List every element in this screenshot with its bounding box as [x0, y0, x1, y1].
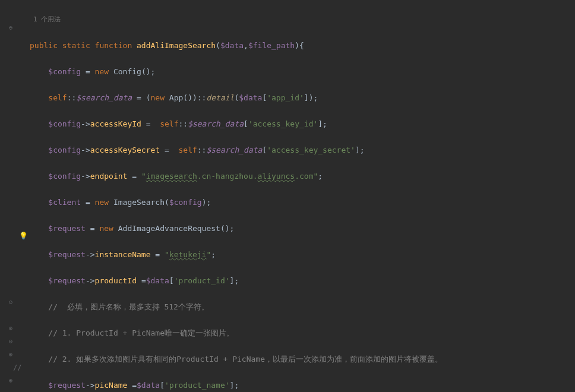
fold-icon[interactable]: ⊖: [9, 335, 15, 341]
code-line[interactable]: self::$search_data = (new App())::detail…: [30, 91, 575, 105]
fold-icon[interactable]: ⊕: [9, 374, 15, 380]
code-line[interactable]: $client = new ImageSearch($config);: [30, 196, 575, 209]
code-line[interactable]: $request->instanceName = "ketukeji";: [30, 248, 575, 261]
code-line[interactable]: $config->endpoint = "imagesearch.cn-hang…: [30, 170, 575, 183]
usage-hint[interactable]: 1 个用法: [30, 13, 575, 26]
code-line[interactable]: public static function addAliImageSearch…: [30, 39, 575, 52]
gutter: ⊖ 💡 ⊖ ⊕ ⊖ ⊕ // ⊕: [0, 0, 30, 392]
code-line[interactable]: $config = new Config();: [30, 65, 575, 78]
code-line[interactable]: $config->accessKeySecret = self::$search…: [30, 144, 575, 157]
fold-icon[interactable]: ⊖: [9, 21, 15, 27]
lightbulb-icon[interactable]: 💡: [19, 229, 27, 238]
code-editor[interactable]: ⊖ 💡 ⊖ ⊕ ⊖ ⊕ // ⊕ 1 个用法 public static fun…: [0, 0, 575, 392]
line-comment-marker: //: [13, 361, 21, 374]
code-line[interactable]: $request = new AddImageAdvanceRequest();: [30, 222, 575, 235]
code-line[interactable]: // 必填，图片名称，最多支持 512个字符。: [30, 301, 575, 314]
fold-icon[interactable]: ⊕: [9, 348, 15, 354]
code-line[interactable]: // 1. ProductId + PicName唯一确定一张图片。: [30, 327, 575, 340]
fold-icon[interactable]: ⊖: [9, 296, 15, 302]
code-line[interactable]: $request->productId =$data['product_id']…: [30, 274, 575, 287]
code-line[interactable]: $config->accessKeyId = self::$search_dat…: [30, 118, 575, 131]
fold-icon[interactable]: ⊕: [9, 322, 15, 328]
code-area[interactable]: 1 个用法 public static function addAliImage…: [30, 0, 575, 392]
code-line[interactable]: $request->picName =$data['product_name']…: [30, 379, 575, 392]
code-line[interactable]: // 2. 如果多次添加图片具有相同的ProductId + PicName，以…: [30, 353, 575, 366]
